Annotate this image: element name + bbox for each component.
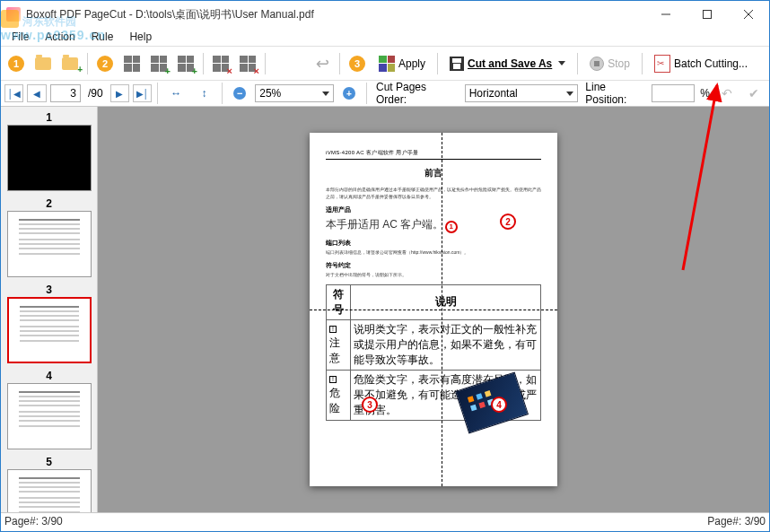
zoom-in-button[interactable]: + — [337, 82, 361, 105]
fit-height-button[interactable]: ↕ — [192, 82, 216, 105]
line-position-label: Line Position: — [585, 81, 648, 106]
step-3-badge: 3 — [346, 52, 369, 75]
step-2-badge: 2 — [93, 52, 117, 75]
thumbnail-panel[interactable]: 12345 — [1, 107, 98, 512]
main-toolbar: 1 2 ↪ 3 Apply Cut and Save As Stop Batch… — [1, 46, 769, 80]
open-file-button[interactable] — [31, 52, 55, 75]
grid-add-row-button[interactable] — [174, 52, 197, 75]
next-page-button[interactable]: ▶ — [110, 84, 129, 102]
doc-section-2: 端口列表 — [326, 239, 541, 248]
menu-action[interactable]: Action — [38, 29, 82, 45]
menu-file[interactable]: File — [4, 29, 36, 45]
close-button[interactable] — [728, 1, 769, 28]
thumbnail-page-4[interactable]: 4 — [4, 369, 93, 449]
batch-cutting-button[interactable]: Batch Cutting... — [648, 51, 754, 76]
cut-line-horizontal[interactable] — [310, 310, 557, 310]
redo-button[interactable]: ↪ — [311, 52, 334, 75]
nav-toolbar: │◀ ◀ /90 ▶ ▶│ ↔ ↕ − 25% + Cut Pages Orde… — [1, 80, 769, 107]
title-bar: Boxoft PDF PageCut - D:\tools\桌面\说明书\Use… — [1, 1, 769, 28]
app-icon — [6, 7, 21, 22]
thumbnail-page-3[interactable]: 3 — [4, 283, 93, 363]
status-left: Page#: 3/90 — [4, 515, 63, 528]
cut-order-label: Cut Pages Order: — [372, 81, 461, 106]
doc-section-3: 符号约定 — [326, 261, 541, 270]
page-total-label: /90 — [84, 87, 107, 100]
zone-badge-3: 3 — [362, 397, 378, 413]
chevron-down-icon — [322, 92, 329, 96]
line-position-confirm[interactable]: ✔ — [742, 82, 766, 105]
zone-badge-2: 2 — [500, 214, 516, 230]
content-area: 12345 iVMS-4200 AC 客户端软件 用户手册 前言 本部分内容的目… — [1, 107, 769, 512]
chevron-down-icon — [566, 92, 573, 96]
last-page-button[interactable]: ▶│ — [133, 84, 152, 102]
fit-width-button[interactable]: ↔ — [163, 82, 188, 105]
add-file-button[interactable] — [58, 52, 82, 75]
grid-remove-button[interactable] — [209, 52, 232, 75]
status-right: Page#: 3/90 — [707, 515, 766, 528]
svg-rect-1 — [704, 11, 712, 19]
status-bar: Page#: 3/90 Page#: 3/90 — [1, 512, 769, 528]
zone-badge-1-inline: 1 — [445, 221, 458, 233]
zoom-combo[interactable]: 25% — [255, 84, 334, 102]
thumbnail-page-1[interactable]: 1 — [4, 110, 93, 191]
minimize-button[interactable] — [645, 1, 687, 28]
doc-running-header: iVMS-4200 AC 客户端软件 用户手册 — [326, 149, 541, 160]
window-title: Boxoft PDF PageCut - D:\tools\桌面\说明书\Use… — [26, 7, 645, 22]
zone-badge-4: 4 — [491, 397, 507, 413]
grid-clear-button[interactable] — [236, 52, 259, 75]
step-1-badge: 1 — [4, 52, 28, 75]
stop-button: Stop — [583, 51, 636, 76]
grid-preset-button[interactable] — [120, 52, 144, 75]
line-position-revert[interactable]: ↶ — [715, 82, 739, 105]
menu-rule[interactable]: Rule — [84, 29, 121, 45]
thumbnail-page-2[interactable]: 2 — [4, 196, 93, 277]
first-page-button[interactable]: │◀ — [4, 84, 23, 102]
cut-and-save-button[interactable]: Cut and Save As — [443, 51, 572, 76]
doc-title: 前言 — [326, 167, 541, 179]
line-position-pct: % — [698, 87, 712, 100]
menu-help[interactable]: Help — [122, 29, 159, 45]
thumbnail-page-5[interactable]: 5 — [4, 455, 93, 512]
zoom-out-button[interactable]: − — [228, 82, 251, 105]
cut-order-combo[interactable]: Horizontal — [465, 84, 579, 102]
page-number-input[interactable] — [50, 84, 81, 102]
doc-intro: 本部分内容的目的是确保用户通过本手册能够正确使用产品，以避免操作中的危险或财产损… — [326, 187, 541, 200]
prev-page-button[interactable]: ◀ — [27, 84, 46, 102]
line-position-input[interactable] — [652, 84, 695, 102]
page-preview: iVMS-4200 AC 客户端软件 用户手册 前言 本部分内容的目的是确保用户… — [310, 133, 557, 486]
menu-bar: File Action Rule Help — [1, 28, 769, 46]
apply-button[interactable]: Apply — [372, 51, 432, 76]
maximize-button[interactable] — [687, 1, 728, 28]
grid-add-col-button[interactable] — [147, 52, 171, 75]
chevron-down-icon — [558, 61, 565, 65]
page-canvas[interactable]: iVMS-4200 AC 客户端软件 用户手册 前言 本部分内容的目的是确保用户… — [98, 107, 769, 512]
